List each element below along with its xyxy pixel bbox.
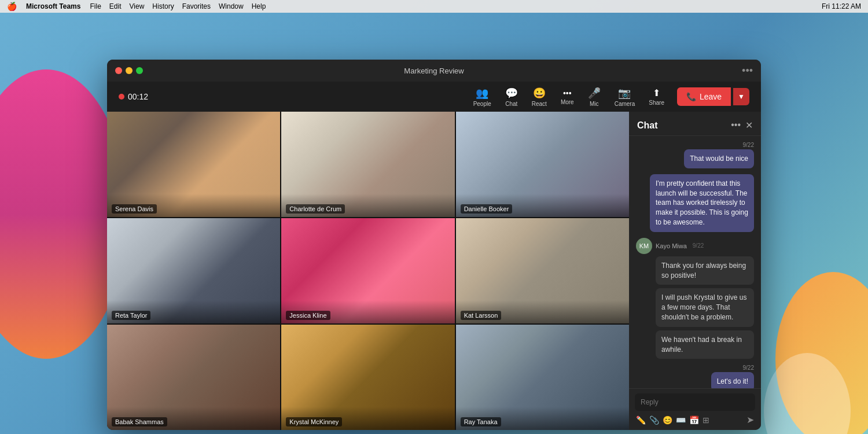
camera-button[interactable]: 📷 Camera (609, 84, 641, 109)
message-group-3: KM Kayo Miwa 9/22 Thank you for always b… (636, 238, 754, 359)
video-tile-7: Babak Shammas (107, 325, 280, 430)
menu-favorites[interactable]: Favorites (182, 2, 211, 10)
window-title: Marketing Review (404, 67, 464, 75)
chat-title: Chat (637, 120, 731, 131)
keyboard-icon[interactable]: ⌨️ (676, 415, 686, 425)
app-name: Microsoft Teams (26, 2, 80, 10)
chat-close-icon[interactable]: ✕ (745, 120, 753, 131)
leave-button[interactable]: 📞 Leave (677, 87, 731, 106)
message-group-1: 9/22 That would be nice (636, 142, 754, 168)
kayo-messages: Thank you for always being so positive! … (636, 256, 754, 359)
minimize-button[interactable] (126, 67, 133, 74)
participant-name-6: Kat Larsson (461, 311, 502, 320)
chat-reply-input[interactable] (635, 393, 755, 411)
menu-help[interactable]: Help (252, 2, 266, 10)
leave-phone-icon: 📞 (686, 92, 696, 101)
apple-menu[interactable]: 🍎 (7, 2, 17, 11)
menu-window[interactable]: Window (219, 2, 244, 10)
menu-history[interactable]: History (152, 2, 174, 10)
schedule-icon[interactable]: 📅 (689, 415, 699, 425)
video-tile-8: Krystal McKinney (281, 325, 454, 430)
sender-name-kayo: Kayo Miwa (656, 242, 687, 249)
share-label: Share (649, 100, 664, 106)
traffic-lights (115, 67, 143, 74)
apps-icon[interactable]: ⊞ (703, 415, 709, 425)
video-grid: Serena Davis Charlotte de Crum Danielle … (107, 112, 629, 430)
controls-right: 👥 People 💬 Chat 😀 React ••• More 🎤 Mic 📷 (468, 84, 749, 109)
msg-bubble-2: I'm pretty confident that this launch wi… (650, 174, 754, 232)
emoji-icon[interactable]: 😊 (663, 415, 672, 425)
video-tile-5: Jessica Kline (281, 218, 454, 323)
sender-row-kayo: KM Kayo Miwa 9/22 (636, 238, 754, 254)
recording-dot (119, 94, 124, 100)
chat-header: Chat ••• ✕ (629, 112, 761, 136)
close-button[interactable] (115, 67, 122, 74)
camera-icon: 📷 (618, 87, 631, 100)
video-tile-3: Danielle Booker (456, 112, 629, 217)
mic-button[interactable]: 🎤 Mic (582, 84, 606, 109)
chat-options-icon[interactable]: ••• (731, 120, 741, 131)
attach-icon[interactable]: 📎 (649, 415, 659, 425)
kayo-msg-2: I will push Krystal to give us a few mor… (656, 288, 754, 326)
leave-dropdown-button[interactable]: ▼ (733, 88, 749, 105)
maximize-button[interactable] (136, 67, 143, 74)
participant-name-5: Jessica Kline (286, 311, 330, 320)
camera-label: Camera (615, 101, 635, 107)
react-button[interactable]: 😀 React (526, 84, 553, 109)
react-label: React (532, 101, 547, 107)
menubar-right: Fri 11:22 AM (822, 2, 861, 10)
recording-indicator: 00:12 (119, 92, 148, 101)
people-icon: 👥 (476, 87, 488, 100)
chat-messages: 9/22 That would be nice I'm pretty confi… (629, 136, 761, 388)
kayo-msg-3: We haven't had a break in awhile. (656, 330, 754, 359)
call-controls-bar: 00:12 👥 People 💬 Chat 😀 React ••• More 🎤… (107, 82, 761, 112)
msg-bubble-1: That would be nice (684, 149, 754, 168)
more-label: More (561, 99, 574, 105)
chat-icon: 💬 (505, 87, 518, 100)
msg-date-1: 9/22 (743, 142, 754, 148)
share-button[interactable]: ⬆ Share (643, 85, 670, 108)
leave-label: Leave (700, 92, 722, 101)
message-group-4: 9/22 Let's do it! (636, 365, 754, 388)
people-button[interactable]: 👥 People (468, 84, 497, 109)
send-button[interactable]: ➤ (746, 414, 754, 425)
sender-date-kayo: 9/22 (693, 242, 704, 249)
participant-name-8: Krystal McKinney (286, 417, 342, 426)
menu-bar-items: File Edit View History Favorites Window … (90, 2, 822, 10)
kayo-msg-1: Thank you for always being so positive! (656, 256, 754, 285)
chat-input-area: ✏️ 📎 😊 ⌨️ 📅 ⊞ ➤ (629, 388, 761, 430)
format-icon[interactable]: ✏️ (636, 415, 646, 425)
people-label: People (473, 101, 491, 107)
video-tile-9: Ray Tanaka (456, 325, 629, 430)
participant-name-3: Danielle Booker (461, 204, 513, 214)
participant-name-2: Charlotte de Crum (286, 204, 345, 214)
video-tile-1: Serena Davis (107, 112, 280, 217)
react-icon: 😀 (533, 87, 546, 100)
video-tile-4: Reta Taylor (107, 218, 280, 323)
participant-name-1: Serena Davis (112, 204, 157, 214)
chat-header-icons: ••• ✕ (731, 120, 753, 131)
menubar-time: Fri 11:22 AM (822, 2, 861, 10)
more-button[interactable]: ••• More (555, 86, 580, 108)
share-icon: ⬆ (653, 87, 660, 98)
window-titlebar: Marketing Review ••• (107, 60, 761, 82)
window-menu-button[interactable]: ••• (742, 65, 753, 77)
mic-label: Mic (590, 101, 599, 107)
video-tile-2: Charlotte de Crum (281, 112, 454, 217)
menu-edit[interactable]: Edit (109, 2, 122, 10)
menu-file[interactable]: File (90, 2, 101, 10)
main-content: Serena Davis Charlotte de Crum Danielle … (107, 112, 761, 430)
chat-panel: Chat ••• ✕ 9/22 That would be nice I'm p… (629, 112, 761, 430)
chat-toolbar: ✏️ 📎 😊 ⌨️ 📅 ⊞ ➤ (635, 414, 755, 425)
mac-menubar: 🍎 Microsoft Teams File Edit View History… (0, 0, 868, 13)
participant-name-9: Ray Tanaka (461, 417, 501, 426)
message-group-2: I'm pretty confident that this launch wi… (636, 174, 754, 232)
participant-name-4: Reta Taylor (112, 311, 150, 320)
recording-time: 00:12 (128, 92, 148, 101)
participant-name-7: Babak Shammas (112, 417, 167, 426)
more-icon: ••• (563, 89, 572, 98)
teams-window: Marketing Review ••• 00:12 👥 People 💬 Ch… (107, 60, 761, 430)
menu-view[interactable]: View (130, 2, 145, 10)
chat-button[interactable]: 💬 Chat (499, 84, 524, 109)
chat-label: Chat (505, 101, 517, 107)
